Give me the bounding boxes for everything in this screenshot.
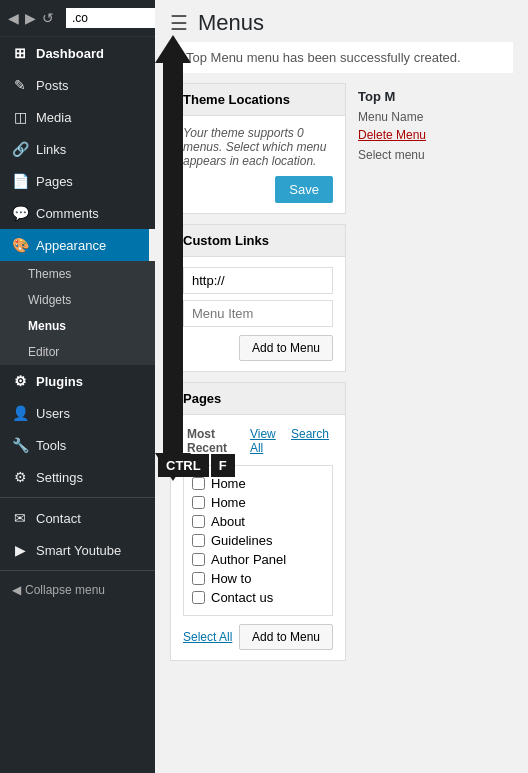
appearance-submenu: Themes Widgets Menus Editor (0, 261, 155, 365)
page-label: Guidelines (211, 533, 272, 548)
sidebar-item-label: Dashboard (36, 46, 104, 61)
pages-section-title: Pages (183, 391, 221, 406)
menu-name-label: Menu Name (358, 110, 513, 124)
theme-locations-body: Your theme supports 0 menus. Select whic… (171, 116, 345, 213)
sidebar-item-themes[interactable]: Themes (0, 261, 155, 287)
page-label: Author Panel (211, 552, 286, 567)
sidebar-item-contact[interactable]: ✉ Contact (0, 502, 155, 534)
sidebar-item-links[interactable]: 🔗 Links (0, 133, 155, 165)
custom-links-add-to-menu-button[interactable]: Add to Menu (239, 335, 333, 361)
page-checkbox-about[interactable] (192, 515, 205, 528)
browser-toolbar: ◀ ▶ ↺ New (0, 0, 155, 37)
page-label: Contact us (211, 590, 273, 605)
sidebar-item-media[interactable]: ◫ Media (0, 101, 155, 133)
sidebar-item-comments[interactable]: 💬 Comments (0, 197, 155, 229)
custom-links-header[interactable]: Custom Links (171, 225, 345, 257)
success-notice: Top Menu menu has been successfully crea… (170, 42, 513, 73)
sidebar: ◀ ▶ ↺ New ⊞ Dashboard ✎ Posts ◫ Media 🔗 … (0, 0, 155, 773)
page-checkbox-contact-us[interactable] (192, 591, 205, 604)
nav-divider (0, 497, 155, 498)
list-item: Home (192, 493, 324, 512)
page-checkbox-author-panel[interactable] (192, 553, 205, 566)
sidebar-item-label: Settings (36, 470, 83, 485)
right-panel: Top M Menu Name Delete Menu Select menu (358, 83, 513, 671)
success-message: Top Menu menu has been successfully crea… (186, 50, 461, 65)
menus-icon: ☰ (170, 11, 188, 35)
media-icon: ◫ (12, 109, 28, 125)
collapse-icon: ◀ (12, 583, 21, 597)
sidebar-item-label: Smart Youtube (36, 543, 121, 558)
sidebar-item-editor[interactable]: Editor (0, 339, 155, 365)
main-content: ☰ Menus Top Menu menu has been successfu… (155, 0, 528, 773)
right-panel-title: Top M (358, 83, 513, 110)
browser-nav-icons: ◀ ▶ ↺ (0, 4, 62, 32)
sidebar-item-posts[interactable]: ✎ Posts (0, 69, 155, 101)
page-header: ☰ Menus (155, 0, 528, 42)
tools-icon: 🔧 (12, 437, 28, 453)
custom-links-section: Custom Links Add to Menu (170, 224, 346, 372)
select-all-link[interactable]: Select All (183, 630, 232, 644)
users-icon: 👤 (12, 405, 28, 421)
theme-locations-description: Your theme supports 0 menus. Select whic… (183, 126, 333, 168)
page-checkbox-guidelines[interactable] (192, 534, 205, 547)
sidebar-item-label: Contact (36, 511, 81, 526)
settings-icon: ⚙ (12, 469, 28, 485)
pages-add-to-menu-button[interactable]: Add to Menu (239, 624, 333, 650)
sidebar-item-label: Appearance (36, 238, 106, 253)
page-title: Menus (198, 10, 264, 36)
list-item: Home (192, 474, 324, 493)
appearance-icon: 🎨 (12, 237, 28, 253)
list-item: Author Panel (192, 550, 324, 569)
pages-tabs: Most Recent View All Search (183, 425, 333, 457)
theme-locations-header[interactable]: Theme Locations (171, 84, 345, 116)
delete-menu-link[interactable]: Delete Menu (358, 128, 513, 142)
contact-icon: ✉ (12, 510, 28, 526)
sidebar-item-settings[interactable]: ⚙ Settings (0, 461, 155, 493)
sidebar-item-users[interactable]: 👤 Users (0, 397, 155, 429)
collapse-menu-button[interactable]: ◀ Collapse menu (0, 575, 155, 605)
refresh-icon[interactable]: ↺ (42, 10, 54, 26)
sidebar-item-smart-youtube[interactable]: ▶ Smart Youtube (0, 534, 155, 566)
list-item: About (192, 512, 324, 531)
list-item: Guidelines (192, 531, 324, 550)
sidebar-item-label: Plugins (36, 374, 83, 389)
save-button[interactable]: Save (275, 176, 333, 203)
theme-locations-section: Theme Locations Your theme supports 0 me… (170, 83, 346, 214)
page-label: Home (211, 495, 246, 510)
sidebar-item-label: Users (36, 406, 70, 421)
sidebar-item-appearance[interactable]: 🎨 Appearance (0, 229, 155, 261)
sidebar-item-label: Links (36, 142, 66, 157)
custom-links-title: Custom Links (183, 233, 269, 248)
tab-search[interactable]: Search (287, 425, 333, 457)
sidebar-item-menus[interactable]: Menus (0, 313, 155, 339)
sidebar-item-tools[interactable]: 🔧 Tools (0, 429, 155, 461)
smart-youtube-icon: ▶ (12, 542, 28, 558)
url-bar[interactable] (66, 8, 166, 28)
comments-icon: 💬 (12, 205, 28, 221)
page-checkbox-home1[interactable] (192, 477, 205, 490)
sidebar-item-label: Comments (36, 206, 99, 221)
url-input[interactable] (183, 267, 333, 294)
page-checkbox-how-to[interactable] (192, 572, 205, 585)
menu-item-input[interactable] (183, 300, 333, 327)
back-icon[interactable]: ◀ (8, 10, 19, 26)
sidebar-item-plugins[interactable]: ⚙ Plugins (0, 365, 155, 397)
sidebar-item-dashboard[interactable]: ⊞ Dashboard (0, 37, 155, 69)
sidebar-item-pages[interactable]: 📄 Pages (0, 165, 155, 197)
forward-icon[interactable]: ▶ (25, 10, 36, 26)
left-panel: Theme Locations Your theme supports 0 me… (170, 83, 346, 671)
tab-most-recent[interactable]: Most Recent (183, 425, 244, 457)
tab-view-all[interactable]: View All (246, 425, 285, 457)
collapse-label: Collapse menu (25, 583, 105, 597)
page-label: How to (211, 571, 251, 586)
page-label: About (211, 514, 245, 529)
pages-section-header[interactable]: Pages (171, 383, 345, 415)
sidebar-item-label: Media (36, 110, 71, 125)
select-menu-label: Select menu (358, 148, 513, 162)
pages-section: Pages Most Recent View All Search Home (170, 382, 346, 661)
page-checkbox-home2[interactable] (192, 496, 205, 509)
sidebar-item-widgets[interactable]: Widgets (0, 287, 155, 313)
list-item: Contact us (192, 588, 324, 607)
sidebar-item-label: Posts (36, 78, 69, 93)
theme-locations-title: Theme Locations (183, 92, 290, 107)
